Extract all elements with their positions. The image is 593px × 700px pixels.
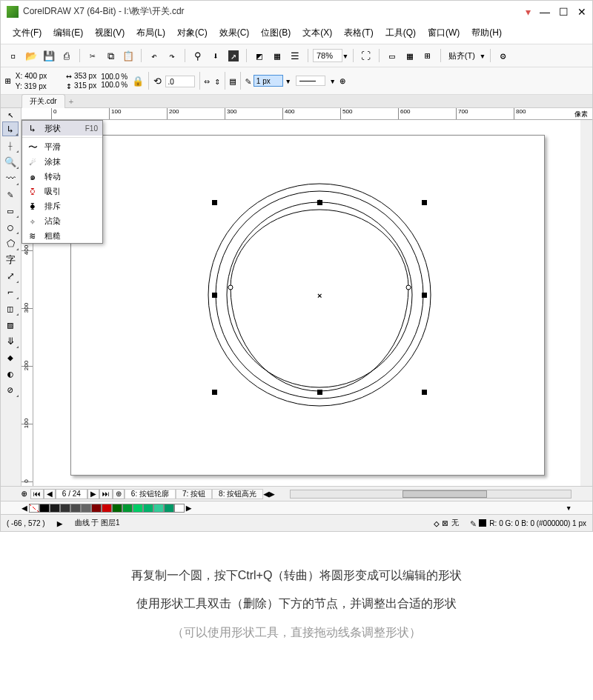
ellipse-tool[interactable]: ○ (2, 219, 19, 234)
dropshadow-tool[interactable]: ◫ (2, 301, 19, 316)
pick-tool[interactable]: ↖ (8, 110, 14, 119)
outline-tool[interactable]: ⊘ (2, 382, 19, 397)
snap-dropdown[interactable]: 贴齐(T) (445, 50, 478, 61)
selection-handle[interactable] (317, 200, 322, 205)
crop-tool[interactable]: ⟊ (2, 138, 19, 153)
flyout-smear[interactable]: ☄涂抹 (22, 154, 102, 169)
color-swatch[interactable] (112, 504, 122, 513)
color-swatch[interactable] (133, 504, 143, 513)
publish-button[interactable]: ◩ (251, 47, 268, 64)
minimize-button[interactable]: — (540, 6, 550, 18)
outline-width[interactable]: ✎ ▾ (245, 75, 291, 87)
color-swatch[interactable] (60, 504, 70, 513)
prev-page-button[interactable]: ◀ (44, 489, 56, 499)
options-button[interactable]: ⚙ (495, 47, 511, 64)
artistic-tool[interactable]: ✎ (2, 187, 19, 201)
freehand-tool[interactable]: 〰 (2, 170, 19, 185)
paste-button[interactable]: 📋 (120, 47, 136, 64)
outline-dropdown-icon[interactable]: ▾ (285, 76, 291, 86)
show-rulers-button[interactable]: ▭ (384, 47, 400, 64)
open-button[interactable]: 📂 (23, 47, 39, 64)
menu-window[interactable]: 窗口(W) (422, 24, 466, 42)
text-wrap-icon[interactable]: ▤ (230, 74, 236, 87)
color-swatch[interactable] (153, 504, 164, 513)
color-swatch[interactable] (122, 504, 133, 513)
snap-dropdown-icon[interactable]: ▾ (480, 51, 486, 61)
search-button[interactable]: ⚲ (190, 47, 206, 64)
no-color-swatch[interactable] (29, 504, 39, 513)
show-guides-button[interactable]: ⊞ (420, 47, 436, 64)
menu-layout[interactable]: 布局(L) (130, 24, 171, 42)
outline-width-input[interactable] (254, 75, 283, 87)
menu-object[interactable]: 对象(C) (171, 24, 213, 42)
next-page-button[interactable]: ▶ (87, 489, 99, 499)
print-button[interactable]: ⎙ (59, 47, 75, 64)
color-swatch[interactable] (164, 504, 174, 513)
selection-handle[interactable] (422, 200, 427, 205)
lock-ratio-icon[interactable]: 🔒 (132, 74, 144, 87)
fullscreen-button[interactable]: ⛶ (358, 47, 374, 64)
smartfill-tool[interactable]: ◐ (2, 366, 19, 381)
menu-file[interactable]: 文件(F) (7, 24, 47, 42)
redo-button[interactable]: ↷ (164, 47, 180, 64)
mirror-h-icon[interactable]: ⇔ (205, 74, 211, 87)
add-after-button[interactable]: ⊕ (113, 489, 125, 499)
flyout-smooth[interactable]: 〜平滑 (22, 139, 102, 154)
palette-scroll-left[interactable]: ◀ (21, 503, 27, 513)
height-value[interactable]: 315 px (74, 81, 96, 90)
scale-y-value[interactable]: 100.0 (101, 81, 119, 89)
app-launcher-button[interactable]: ▦ (269, 47, 285, 64)
menu-text[interactable]: 文本(X) (296, 24, 338, 42)
y-input[interactable] (24, 81, 62, 91)
first-page-button[interactable]: ⏮ (30, 489, 44, 499)
line-style-dropdown-icon[interactable]: ▾ (330, 76, 336, 86)
canvas-area[interactable]: × (33, 120, 580, 486)
selection-handle[interactable] (422, 293, 427, 298)
palette-scroll-right[interactable]: ▶ (186, 503, 192, 513)
cut-button[interactable]: ✂ (85, 47, 101, 64)
convert-curve-icon[interactable]: ⊕ (340, 74, 346, 87)
rectangle-tool[interactable]: ▭ (2, 203, 19, 218)
palette-flyout-icon[interactable]: ▾ (566, 503, 572, 513)
page-tab-6[interactable]: 6: 按钮轮廓 (125, 489, 176, 499)
show-grid-button[interactable]: ▦ (402, 47, 418, 64)
mirror-v-icon[interactable]: ⇕ (214, 74, 220, 87)
horizontal-scrollbar[interactable] (290, 490, 572, 499)
play-icon[interactable]: ▶ (57, 519, 63, 528)
page-tab-7[interactable]: 7: 按钮 (176, 489, 212, 499)
connector-tool[interactable]: ⌐ (2, 284, 19, 299)
maximize-button[interactable]: ☐ (559, 6, 569, 18)
menu-tools[interactable]: 工具(Q) (380, 24, 422, 42)
selection-handle[interactable] (422, 390, 427, 395)
menu-view[interactable]: 视图(V) (89, 24, 130, 42)
color-swatch[interactable] (102, 504, 112, 513)
selection-handle[interactable] (212, 293, 217, 298)
fill-tool[interactable]: ◆ (2, 350, 19, 364)
color-swatch[interactable] (81, 504, 91, 513)
menu-help[interactable]: 帮助(H) (466, 24, 508, 42)
zoom-level[interactable]: ▾ (313, 49, 348, 62)
transparency-tool[interactable]: ▨ (2, 317, 19, 332)
color-swatch[interactable] (143, 504, 153, 513)
text-tool[interactable]: 字 (2, 252, 19, 267)
flyout-shape[interactable]: ↳形状F10 (22, 121, 102, 136)
parallel-dim-tool[interactable]: ⤢ (2, 268, 19, 283)
color-swatch[interactable] (70, 504, 81, 513)
menu-edit[interactable]: 编辑(E) (47, 24, 89, 42)
line-style-select[interactable] (296, 76, 325, 86)
polygon-tool[interactable]: ⬠ (2, 236, 19, 250)
copy-button[interactable]: ⧉ (102, 47, 119, 64)
color-swatch[interactable] (39, 504, 50, 513)
page-scroll-right[interactable]: ▶ (269, 489, 275, 499)
scale-x-value[interactable]: 100.0 (101, 73, 119, 81)
zoom-input[interactable] (313, 49, 342, 62)
selection-handle[interactable] (317, 390, 322, 395)
menu-table[interactable]: 表格(T) (338, 24, 379, 42)
page-tab-8[interactable]: 8: 按钮高光 (212, 489, 263, 499)
color-swatch[interactable] (174, 504, 185, 513)
selection-handle[interactable] (212, 200, 217, 205)
shape-tool[interactable]: ↳ (2, 121, 19, 136)
last-page-button[interactable]: ⏭ (99, 489, 113, 499)
flyout-repel[interactable]: ⧳排斥 (22, 199, 102, 213)
eyedropper-tool[interactable]: ⤋ (2, 333, 19, 348)
